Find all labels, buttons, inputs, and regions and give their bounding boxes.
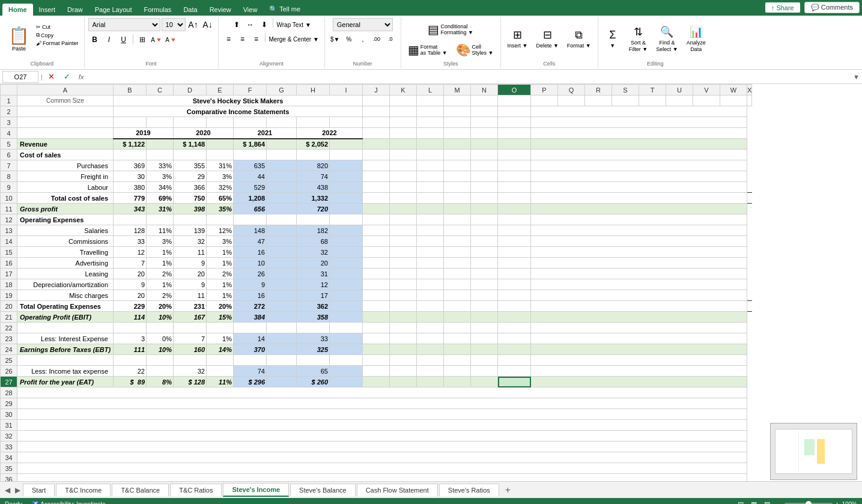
row-4-header[interactable]: 4 [1,128,17,139]
cell-P8[interactable] [531,171,747,182]
cell-N10[interactable] [471,193,498,204]
cell-K8[interactable] [390,171,417,182]
cell-D26[interactable]: 32 [174,366,207,377]
cell-L9[interactable] [417,182,444,193]
increase-font-size-button[interactable]: A↑ [187,18,200,31]
cell-I11[interactable] [330,204,363,214]
col-X[interactable]: X [747,85,752,96]
cell-K22[interactable] [390,323,417,333]
cell-O8[interactable] [498,171,531,182]
cell-A16[interactable]: Advertising [17,258,114,269]
merge-center-button[interactable]: Merge & Center ▼ [267,32,321,46]
cell-K4[interactable] [390,128,417,139]
cell-P18[interactable] [531,279,747,290]
cell-O12[interactable] [498,214,531,225]
align-top-button[interactable]: ⬆ [230,18,243,31]
cell-H10[interactable]: 1,332 [297,193,330,204]
cell-C12[interactable] [147,214,174,225]
cell-K7[interactable] [390,160,417,171]
cell-P7[interactable] [531,160,747,171]
cell-E24[interactable]: 14% [207,344,234,355]
cell-M24[interactable] [444,344,471,355]
font-color-button[interactable]: A🔻 [165,33,178,46]
cell-L12[interactable] [417,214,444,225]
col-S[interactable]: S [612,85,639,96]
row-27-header[interactable]: 27 [1,377,17,387]
cell-K20[interactable] [390,301,417,312]
cell-P1[interactable] [531,96,558,106]
cell-D6[interactable] [174,150,207,160]
align-center-button[interactable]: ≡ [236,32,249,46]
col-E[interactable]: E [207,85,234,96]
cell-M17[interactable] [444,269,471,279]
cell-J10[interactable] [363,193,390,204]
cell-O27[interactable] [498,377,531,387]
cell-N13[interactable] [471,225,498,236]
cell-K5[interactable] [390,139,417,150]
bold-button[interactable]: B [88,33,102,46]
decrease-font-size-button[interactable]: A↓ [201,18,214,31]
cell-M14[interactable] [444,236,471,247]
cell-B17[interactable]: 20 [114,269,147,279]
cell-D13[interactable]: 139 [174,225,207,236]
cell-styles-button[interactable]: 🎨 CellStyles ▼ [453,41,497,59]
cell-I9[interactable] [330,182,363,193]
cell-J8[interactable] [363,171,390,182]
row-35-header[interactable]: 35 [1,463,17,474]
cell-L3[interactable] [417,117,444,128]
cell-O18[interactable] [498,279,531,290]
cell-N19[interactable] [471,290,498,301]
row-5-header[interactable]: 5 [1,139,17,150]
format-painter-button[interactable]: 🖌 Format Painter [34,40,80,47]
cell-P13[interactable] [531,225,747,236]
cell-B21[interactable]: 114 [114,312,147,323]
paste-button[interactable]: 📋 Paste [4,23,34,54]
cell-B12[interactable] [114,214,147,225]
cell-G8[interactable] [267,171,297,182]
cell-T1[interactable] [639,96,666,106]
cell-P23[interactable] [531,333,747,344]
row-14-header[interactable]: 14 [1,236,17,247]
cell-D21[interactable]: 167 [174,312,207,323]
row-18-header[interactable]: 18 [1,279,17,290]
cell-N22[interactable] [471,323,498,333]
cell-L15[interactable] [417,247,444,258]
cell-M12[interactable] [444,214,471,225]
cell-A15[interactable]: Travelling [17,247,114,258]
cell-C19[interactable]: 2% [147,290,174,301]
analyze-data-button[interactable]: 📊 AnalyzeData [684,23,709,55]
cell-D14[interactable]: 32 [174,236,207,247]
cell-I5[interactable] [330,139,363,150]
cell-I17[interactable] [330,269,363,279]
cell-I23[interactable] [330,333,363,344]
cell-L24[interactable] [417,344,444,355]
cell-K19[interactable] [390,290,417,301]
cell-P5[interactable] [531,139,747,150]
cell-E5[interactable] [207,139,234,150]
cell-P25[interactable] [531,355,747,366]
cell-A20[interactable]: Total Operating Expenses [17,301,114,312]
cell-K6[interactable] [390,150,417,160]
cell-F15[interactable]: 16 [234,247,267,258]
cell-H17[interactable]: 31 [297,269,330,279]
cell-O13[interactable] [498,225,531,236]
cell-K27[interactable] [390,377,417,387]
cell-H25[interactable] [297,355,330,366]
cell-G27[interactable] [267,377,297,387]
row-20-header[interactable]: 20 [1,301,17,312]
cell-O26[interactable] [498,366,531,377]
currency-button[interactable]: $▼ [329,32,342,46]
cell-D17[interactable]: 20 [174,269,207,279]
cell-D18[interactable]: 9 [174,279,207,290]
cell-O9[interactable] [498,182,531,193]
cell-C11[interactable]: 31% [147,204,174,214]
cell-G15[interactable] [267,247,297,258]
cell-L2[interactable] [417,106,444,117]
row-1-header[interactable]: 1 [1,96,17,106]
cell-M9[interactable] [444,182,471,193]
cell-A13[interactable]: Salaries [17,225,114,236]
cell-O3[interactable] [498,117,531,128]
col-K[interactable]: K [390,85,417,96]
cell-L1[interactable] [417,96,444,106]
cell-N2[interactable] [471,106,498,117]
